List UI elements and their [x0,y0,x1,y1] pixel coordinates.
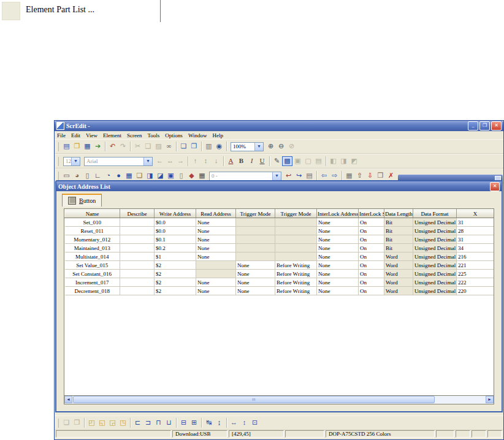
download-icon[interactable]: ⇩ [365,171,375,181]
table-cell[interactable]: Bit [384,244,413,252]
export-icon[interactable]: ➔ [93,142,103,151]
table-cell[interactable]: Before Writing [275,287,317,295]
table-row[interactable]: Momentary_012 $0.1None NoneOnBitUnsigned… [65,235,494,244]
table-cell[interactable]: $2 [155,278,196,287]
table-cell[interactable]: None [317,235,359,244]
send-to-back-icon[interactable]: ◱ [97,418,107,428]
toolbar-grip[interactable] [57,172,59,181]
table-cell[interactable] [275,244,317,252]
monitor-element-icon[interactable]: ▣ [166,171,176,181]
recipe-icon[interactable]: ❒ [375,171,386,181]
same-height-icon[interactable]: ↕ [239,418,250,428]
table-cell[interactable]: Word [384,261,413,270]
find-icon[interactable]: ∞ [164,142,174,151]
table-cell[interactable]: 31 [457,235,494,244]
table-cell[interactable] [236,227,275,235]
table-cell[interactable]: None [317,287,359,295]
table-cell[interactable]: $0.0 [155,218,196,227]
transparent-icon[interactable]: ✎ [272,156,282,166]
table-cell[interactable]: On [359,227,384,235]
table-cell[interactable] [120,270,155,278]
table-cell[interactable]: On [359,278,384,287]
table-cell[interactable]: Unsigned Decimal [413,227,457,235]
upload-icon[interactable]: ⇧ [354,171,365,181]
menu-file[interactable]: File [57,132,66,138]
bold-icon[interactable]: B [236,156,246,166]
table-cell[interactable]: None [317,244,359,252]
table-cell[interactable] [120,218,155,227]
text-align-icon-2[interactable]: ◨ [338,156,349,166]
table-cell[interactable] [236,218,275,227]
table-cell[interactable]: Before Writing [275,270,317,278]
chevron-down-icon[interactable]: ▼ [71,157,80,165]
table-row[interactable]: Reset_011 $0.0None NoneOnBitUnsigned Dec… [65,227,494,235]
same-width-icon[interactable]: ↔ [229,418,239,428]
help-icon[interactable]: ◉ [214,142,224,151]
table-cell[interactable]: Unsigned Decimal [413,287,457,295]
table-cell[interactable]: Bit [384,235,413,244]
space-across-icon[interactable]: ↹ [204,418,214,428]
table-cell[interactable] [236,244,275,252]
move-right-icon[interactable]: → [175,156,186,166]
text-color-icon[interactable]: A [226,156,236,166]
flip-vertical-icon[interactable]: ↕ [200,156,211,166]
table-cell[interactable]: None [196,252,236,261]
table-cell[interactable] [236,235,275,244]
align-left-icon[interactable]: ⊏ [132,418,143,428]
table-cell[interactable]: $1 [155,252,196,261]
table-row[interactable]: Multistate_014 $1None NoneOnWordUnsigned… [65,252,494,261]
table-cell[interactable] [236,252,275,261]
table-cell[interactable]: Unsigned Decimal [413,244,457,252]
text-align-icon-1[interactable]: ◧ [328,156,338,166]
table-row[interactable]: Set Constant_016 $2 NoneBefore WritingNo… [65,270,494,278]
chevron-down-icon[interactable]: ▼ [272,172,281,180]
table-cell[interactable]: Unsigned Decimal [413,252,457,261]
center-vertical-icon[interactable]: ⊞ [189,418,199,428]
restore-button[interactable]: ❐ [479,121,490,131]
table-cell[interactable] [275,227,317,235]
text-align-icon-3[interactable]: ◩ [349,156,359,166]
table-cell[interactable]: On [359,252,384,261]
pattern-element-icon[interactable]: ▦ [124,171,134,181]
table-cell[interactable]: Unsigned Decimal [413,278,457,287]
align-top-icon[interactable]: ⊓ [153,418,164,428]
horizontal-scrollbar[interactable]: ◄ ► [64,395,494,404]
bring-to-front-icon[interactable]: ◰ [86,418,97,428]
zoom-area-icon[interactable]: ⊘ [286,142,297,151]
pie-element-icon[interactable]: ◔ [103,171,113,181]
zoom-in-icon[interactable]: ⊕ [265,142,276,151]
alarm-element-icon[interactable]: ◆ [186,171,197,181]
open-screen-icon[interactable]: ❐ [189,142,199,151]
move-left-icon[interactable]: ← [155,156,165,166]
table-cell[interactable]: None [196,218,236,227]
cut-icon[interactable]: ✂ [132,142,143,151]
bar-element-icon[interactable]: ▯ [82,171,93,181]
table-cell[interactable]: Momentary_012 [65,235,120,244]
schedule-icon[interactable]: ▦ [344,171,354,181]
table-row[interactable]: Decrement_018 $2NoneNoneBefore WritingNo… [65,287,494,295]
table-cell[interactable]: Unsigned Decimal [413,218,457,227]
chevron-down-icon[interactable]: ▼ [143,157,152,165]
table-cell[interactable]: 216 [457,252,494,261]
table-cell[interactable] [120,227,155,235]
button-element-icon[interactable]: ▭ [61,171,72,181]
table-cell[interactable]: Before Writing [275,261,317,270]
table-cell[interactable]: Decrement_018 [65,287,120,295]
panel-element-icon[interactable]: ▯ [176,171,186,181]
group-icon[interactable]: ❏ [61,418,72,428]
table-cell[interactable]: Before Writing [275,278,317,287]
table-cell[interactable]: Reset_011 [65,227,120,235]
scroll-right-icon[interactable]: ► [486,396,494,403]
chevron-down-icon[interactable]: ▼ [254,143,263,151]
flip-horizontal-icon[interactable]: ↔ [165,156,175,166]
next-screen-icon[interactable]: ⇨ [329,171,340,181]
table-cell[interactable]: None [317,252,359,261]
font-name-combo[interactable]: Arial ▼ [84,157,153,166]
table-cell[interactable]: 225 [457,270,494,278]
table-cell[interactable]: Word [384,252,413,261]
table-cell[interactable]: 28 [457,227,494,235]
screen-element-icon[interactable]: ❏ [134,171,145,181]
table-cell[interactable]: Set Constant_016 [65,270,120,278]
menu-window[interactable]: Window [188,132,207,138]
table-row[interactable]: Set Value_015 $2 NoneBefore WritingNoneO… [65,261,494,270]
